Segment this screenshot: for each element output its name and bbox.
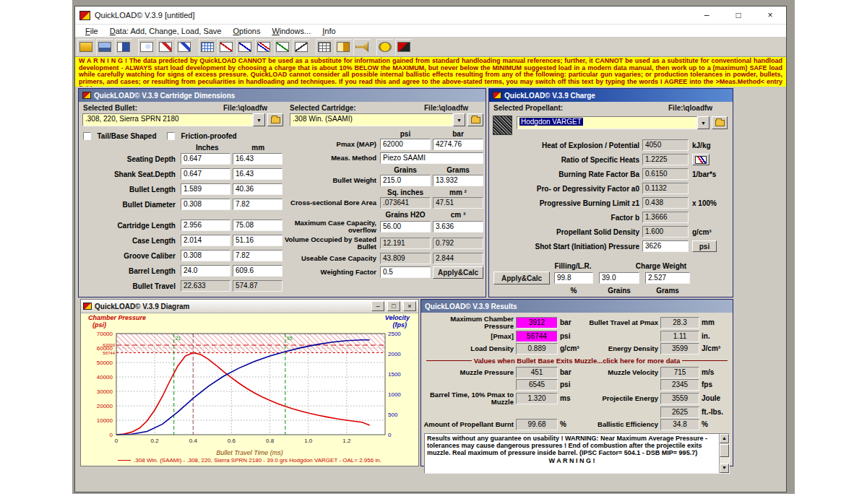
diagram-body: Chamber Pressure (psi) Velocity (fps) 62… xyxy=(81,313,418,466)
cartridge-combo-value[interactable]: .308 Win. (SAAMI) xyxy=(290,113,453,126)
svg-text:1500: 1500 xyxy=(388,371,401,378)
dimension-inches-field[interactable]: 22.633 xyxy=(181,280,230,292)
legend-text: .308 Win. (SAAMI) - .308, 220, Sierra SP… xyxy=(134,457,381,464)
close-button[interactable]: × xyxy=(754,6,786,24)
diagram-minimize-button[interactable]: – xyxy=(371,301,384,311)
bullet-combo-arrow-icon[interactable]: ▼ xyxy=(253,113,265,126)
scroll-thumb[interactable] xyxy=(720,444,729,457)
menu-item[interactable]: Info xyxy=(316,27,341,35)
bullet-combo[interactable]: .308, 220, Sierra SPRN 2180 ▼ xyxy=(82,113,283,126)
dimension-mm-field[interactable]: 75.08 xyxy=(233,220,282,231)
bullet-combo-value[interactable]: .308, 220, Sierra SPRN 2180 xyxy=(82,113,253,126)
density-unit: g/cm³ xyxy=(692,228,712,236)
pmax-bar-field[interactable]: 4274.76 xyxy=(433,139,483,150)
filling-field[interactable]: 99.8 xyxy=(554,272,593,284)
pressure-chart-button[interactable] xyxy=(217,39,235,56)
friction-proofed-checkbox[interactable] xyxy=(167,132,175,140)
bullet-weight-grams-field[interactable]: 13.932 xyxy=(433,175,483,186)
pmax-psi-field[interactable]: 62000 xyxy=(380,139,431,150)
open-file-button[interactable] xyxy=(77,39,95,56)
diagram-maximize-button[interactable]: □ xyxy=(387,301,400,311)
mm-header: mm xyxy=(234,144,283,152)
dimension-inches-field[interactable]: 0.308 xyxy=(181,250,230,261)
misc-chart-button[interactable] xyxy=(293,39,310,56)
bullet-weight-grains-field[interactable]: 215.0 xyxy=(380,175,431,186)
results-panel-title-text: QuickLOAD© V.3.9 Results xyxy=(425,303,517,310)
scroll-up-icon[interactable]: ▲ xyxy=(720,434,729,443)
meas-method-label: Meas. Method xyxy=(282,155,378,162)
menu-item[interactable]: Data: Add, Change, Load, Save xyxy=(104,27,228,35)
muzzle-values-expander[interactable]: Values when Bullet Base Exits Muzzle...c… xyxy=(424,357,730,365)
burn-chart-button[interactable] xyxy=(274,39,291,56)
max-capacity-cm3-field[interactable]: 3.636 xyxy=(433,221,483,233)
menu-item[interactable]: Windows... xyxy=(266,27,316,35)
app-window: QuickLOAD© V.3.9 [untitled] – □ × File D… xyxy=(74,6,787,492)
announce-button[interactable] xyxy=(353,39,371,56)
pmax-result-label: Maximum Chamber Pressure xyxy=(423,316,516,330)
export-button[interactable] xyxy=(335,39,352,56)
propellant-combo[interactable]: Hodgdon VARGET ▼ xyxy=(517,116,728,129)
propellant-combo-arrow-icon[interactable]: ▼ xyxy=(697,116,709,129)
inches-header: Inches xyxy=(183,144,232,152)
dimension-inches-field[interactable]: 0.647 xyxy=(181,168,230,180)
tools-button[interactable] xyxy=(395,39,413,56)
cartridge-combo[interactable]: .308 Win. (SAAMI) ▼ xyxy=(290,113,483,126)
dimension-mm-field[interactable]: 7.82 xyxy=(233,250,282,261)
meas-method-field[interactable]: Piezo SAAMI xyxy=(380,152,483,164)
coin-icon xyxy=(379,42,392,52)
dimension-row: Case Length 2.014 51.16 xyxy=(83,235,282,246)
weighting-factor-field[interactable]: 0.5 xyxy=(380,266,431,278)
propellant-file-open-button[interactable] xyxy=(712,116,728,129)
dimension-mm-field[interactable]: 16.43 xyxy=(233,168,282,180)
psi-unit-button[interactable]: psi xyxy=(692,240,717,252)
notebook-button[interactable] xyxy=(115,39,132,56)
dimension-inches-field[interactable]: 24.0 xyxy=(181,265,230,277)
results-body: Maximum Chamber Pressure 3912 bar Bullet… xyxy=(421,313,733,466)
export-icon xyxy=(337,42,350,52)
minimize-button[interactable]: – xyxy=(691,6,722,24)
menu-item[interactable]: Options xyxy=(227,27,266,35)
results-scrollbar[interactable]: ▲ ▼ xyxy=(719,434,729,473)
pmax-label: Pmax (MAP) xyxy=(282,141,378,148)
charge-grains-field[interactable]: 39.0 xyxy=(599,272,639,284)
bullet-file-open-button[interactable] xyxy=(267,113,283,126)
dimension-inches-field[interactable]: 2.956 xyxy=(181,220,230,231)
maximize-button[interactable]: □ xyxy=(722,6,754,24)
scroll-down-icon[interactable]: ▼ xyxy=(720,464,729,473)
cartridge-file-open-button[interactable] xyxy=(467,113,483,126)
table-view-button[interactable] xyxy=(316,39,333,56)
dimension-mm-field[interactable]: 51.16 xyxy=(233,235,282,246)
propellant-selected-text[interactable]: Hodgdon VARGET xyxy=(519,118,583,126)
ballistic-efficiency-value: 34.8 xyxy=(660,419,699,430)
edit-cartridge-button[interactable] xyxy=(176,39,193,56)
cartridge-apply-calc-button[interactable]: Apply&Calc xyxy=(433,266,483,279)
charge-apply-calc-button[interactable]: Apply&Calc xyxy=(493,271,550,284)
energy-density-unit: J/cm³ xyxy=(699,344,727,352)
charge-grams-field[interactable]: 2.527 xyxy=(645,272,690,284)
save-file-button[interactable] xyxy=(96,39,113,56)
grid-view-button[interactable] xyxy=(199,39,216,56)
max-capacity-grains-field[interactable]: 56.00 xyxy=(380,221,431,233)
cartridge-combo-arrow-icon[interactable]: ▼ xyxy=(453,113,465,126)
dimension-inches-field[interactable]: 2.014 xyxy=(181,235,230,246)
dimension-mm-field[interactable]: 7.82 xyxy=(233,199,282,210)
specific-heats-chart-button[interactable] xyxy=(692,154,709,165)
edit-bullet-button[interactable] xyxy=(157,39,174,56)
menu-item[interactable]: File xyxy=(79,27,104,35)
dimension-inches-field[interactable]: 0.308 xyxy=(181,199,230,210)
preview-button[interactable] xyxy=(138,39,155,56)
dimension-mm-field[interactable]: 16.43 xyxy=(233,153,282,165)
cost-button[interactable] xyxy=(376,39,394,56)
shot-start-field[interactable]: 3626 xyxy=(642,240,689,252)
dimension-mm-field[interactable]: 40.36 xyxy=(233,183,282,195)
combined-chart-button[interactable] xyxy=(255,39,272,56)
scroll-track[interactable] xyxy=(720,458,729,464)
dimension-inches-field[interactable]: 1.589 xyxy=(181,183,230,195)
propellant-combo-value[interactable]: Hodgdon VARGET xyxy=(517,116,697,129)
dimension-mm-field[interactable]: 609.6 xyxy=(233,265,282,277)
dimension-inches-field[interactable]: 0.647 xyxy=(181,153,230,165)
dimension-mm-field[interactable]: 574.87 xyxy=(233,280,282,292)
diagram-close-button[interactable]: × xyxy=(403,301,416,311)
velocity-chart-button[interactable] xyxy=(236,39,254,56)
tail-base-checkbox[interactable] xyxy=(83,132,91,140)
